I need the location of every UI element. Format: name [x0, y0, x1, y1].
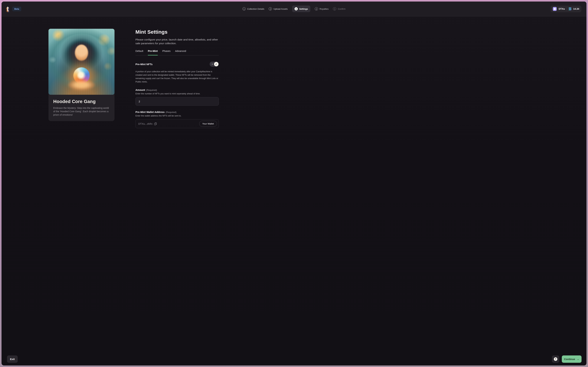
- required-hint: (Required): [166, 111, 176, 113]
- page-title: Mint Settings: [135, 29, 219, 35]
- premint-toggle-row: Pre-Mint NFTs ✕ ✓: [135, 62, 219, 67]
- page-subtitle: Please configure your price, launch date…: [135, 38, 219, 45]
- amount-input[interactable]: [135, 97, 219, 106]
- wallet-address-help-text: Enter the wallet address the NFTs will b…: [135, 115, 219, 117]
- tab-pre-mint[interactable]: Pre-Mint: [148, 50, 158, 55]
- premint-toggle[interactable]: ✕ ✓: [210, 62, 219, 67]
- window-frame: t Beta 1 Collection Details 2 Upload Ass…: [0, 0, 267, 167]
- tab-advanced[interactable]: Advanced: [175, 50, 186, 55]
- premint-nfts-label: Pre-Mint NFTs: [135, 63, 153, 66]
- settings-tabs: Default Pre-Mint Phases Advanced: [135, 50, 219, 55]
- toggle-on-check-icon: ✓: [214, 62, 218, 66]
- main-content: Hooded Core Gang Embrace the Mystery: St…: [1, 16, 267, 167]
- step-number-badge: 1: [243, 7, 246, 10]
- wallet-address-value: DTXu...zkRc: [138, 122, 157, 125]
- copy-icon[interactable]: [154, 122, 157, 125]
- wallet-address-field: DTXu...zkRc Your Wallet: [135, 119, 219, 128]
- tab-phases[interactable]: Phases: [162, 50, 170, 55]
- app-window: t Beta 1 Collection Details 2 Upload Ass…: [1, 1, 267, 167]
- app-logo-icon: t: [7, 6, 9, 12]
- your-wallet-button[interactable]: Your Wallet: [199, 121, 217, 127]
- amount-label: Amount(Required): [135, 88, 219, 91]
- beta-badge: Beta: [12, 7, 21, 11]
- collection-description: Embrace the Mystery: Step into the capti…: [53, 107, 110, 117]
- required-hint: (Required): [146, 89, 157, 91]
- premint-description: A portion of your collection will be min…: [135, 70, 219, 83]
- premint-wallet-address-label: Pre-Mint Wallet Address(Required): [135, 110, 219, 113]
- step-collection-details[interactable]: 1 Collection Details: [243, 7, 264, 10]
- tab-default[interactable]: Default: [135, 50, 143, 55]
- top-bar: t Beta 1 Collection Details 2 Upload Ass…: [1, 1, 267, 16]
- step-navigation: 1 Collection Details 2 Upload Assets 3 S…: [243, 6, 267, 12]
- step-label: Collection Details: [247, 8, 264, 10]
- mint-settings-panel: Mint Settings Please configure your pric…: [135, 29, 219, 128]
- amount-help-text: Enter the number of NFTs you want to min…: [135, 92, 219, 95]
- toggle-off-x-icon: ✕: [211, 63, 213, 65]
- collection-preview-card: Hooded Core Gang Embrace the Mystery: St…: [49, 29, 115, 121]
- collection-title: Hooded Core Gang: [53, 99, 110, 104]
- collection-artwork-image: [49, 29, 115, 95]
